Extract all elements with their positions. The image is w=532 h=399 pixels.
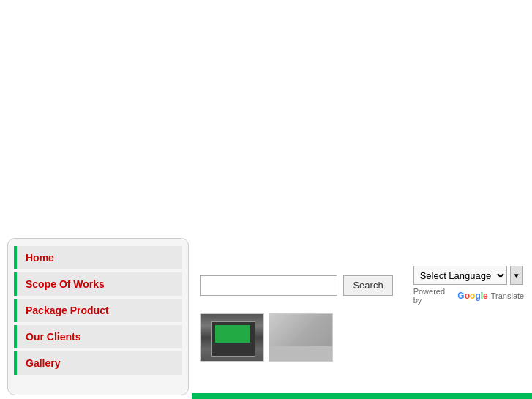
room-image — [269, 314, 332, 361]
main-layout: Home Scope Of Works Package Product Our … — [0, 238, 532, 399]
thumbnail-rack — [200, 313, 264, 362]
content-area: Search Select Language ▼ Powered by Goog… — [189, 238, 532, 399]
search-row: Search Select Language ▼ Powered by Goog… — [200, 266, 524, 305]
language-select[interactable]: Select Language — [413, 266, 507, 285]
translate-label: Translate — [491, 291, 524, 300]
sidebar-item-gallery[interactable]: Gallery — [14, 351, 182, 375]
language-select-row: Select Language ▼ — [413, 266, 523, 285]
search-input[interactable] — [200, 275, 337, 296]
sidebar: Home Scope Of Works Package Product Our … — [7, 238, 189, 395]
sidebar-item-scope-of-works[interactable]: Scope Of Works — [14, 272, 182, 296]
sidebar-item-package-product[interactable]: Package Product — [14, 299, 182, 322]
translate-widget: Select Language ▼ Powered by Google Tran… — [413, 266, 525, 305]
dropdown-arrow-icon[interactable]: ▼ — [510, 266, 523, 285]
bottom-green-bar — [192, 393, 532, 399]
search-button[interactable]: Search — [343, 275, 392, 296]
sidebar-item-our-clients[interactable]: Our Clients — [14, 325, 182, 348]
sidebar-item-home[interactable]: Home — [14, 246, 182, 269]
images-row — [200, 313, 524, 362]
top-area — [0, 0, 532, 238]
powered-by-row: Powered by Google Translate — [413, 287, 525, 305]
thumbnail-room — [269, 313, 333, 362]
rack-image — [201, 314, 263, 361]
powered-by-label: Powered by — [413, 287, 455, 305]
google-logo: Google — [457, 291, 487, 301]
